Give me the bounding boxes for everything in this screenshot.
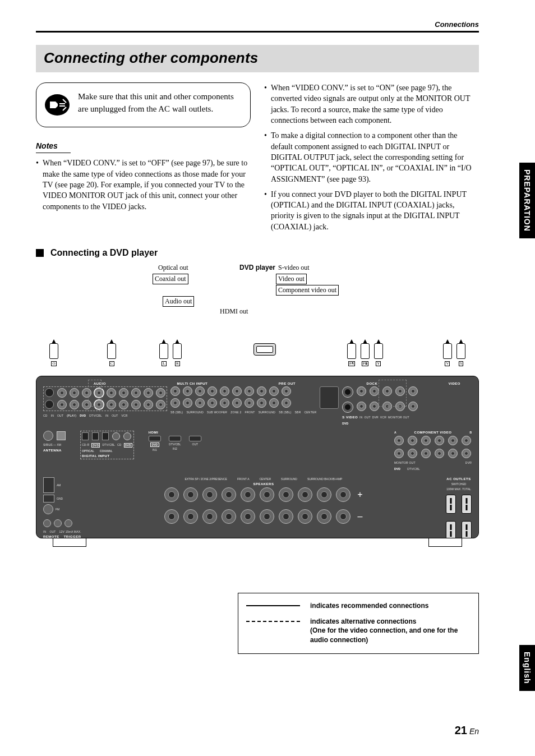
rca [82,400,91,409]
remote-in [43,519,51,527]
rca [207,398,217,408]
note-right-1: When “VIDEO CONV.” is set to “ON” (see p… [264,82,479,126]
plug-lab-v: V [445,361,450,366]
rca [220,386,229,396]
square-bullet-icon [36,249,44,257]
gnd-term [43,431,53,441]
opt-in2 [102,432,109,440]
lbl-b: B [469,431,472,434]
ac2 [462,495,472,514]
lbl-front: FRONT [245,411,255,414]
rca [156,400,165,409]
rca [245,386,254,396]
dock-port [320,386,339,409]
legend-solid-text: indicates recommended connections [310,601,428,610]
sp [183,487,198,502]
box-component-out: Component video out [276,285,339,296]
lbl-sirius-xm: SIRIUS — XM [43,443,66,446]
sec-antenna: ANTENNA [43,449,66,452]
plug-lab-l: L [162,361,166,366]
chassis-feet [36,538,479,547]
sp [183,509,198,524]
lbl-rin: IN [43,530,46,533]
box-coaxial-out: Coaxial out [153,274,188,284]
sp [202,509,217,524]
lbl-sbsbl: SB (SBL) [170,411,183,414]
rca-comp [394,449,404,458]
lbl-trig: 12V 15mA MAX. [59,530,81,533]
coax2 [123,432,131,440]
lbl-out2: OUT [364,416,370,419]
rca [370,402,379,411]
label-hdmi-out: HDMI out [220,307,248,316]
note-right-2: To make a digital connection to a compon… [264,130,479,185]
rca [170,386,180,396]
svideo-jack2 [342,402,353,413]
label-svideo-out: S-video out [278,264,310,272]
sp [336,487,350,502]
page-title: Connecting other components [44,49,471,67]
box-video-out: Video out [276,274,307,284]
rca [94,388,104,398]
xm-port [57,431,66,440]
lbl-dvr-in: IN [105,414,108,417]
lbl-monout: MONITOR OUT [388,416,409,419]
rca [269,386,279,396]
rca [70,388,79,398]
rca [245,398,254,408]
rca [257,398,266,408]
connection-diagram: DVD player Optical out S-video out Coaxi… [36,264,479,547]
lbl-hdmi-out: OUT [192,442,199,446]
rca [119,388,128,398]
rca [232,386,242,396]
lbl-dtvcbl: DTV/CBL [89,414,102,417]
lbl-dvr: DVR [372,416,379,419]
sp [164,487,179,502]
sp [241,509,255,524]
legend-solid-line-icon [246,605,300,606]
sp [279,509,293,524]
lbl-fm: FM [56,508,59,511]
lbl-optical: OPTICAL [82,449,94,453]
sec-video: VIDEO [449,382,460,385]
lbl-a: A [394,431,396,434]
rca-comp [462,449,471,458]
lbl-center: CENTER [304,411,316,414]
lbl-out: OUT [57,414,63,417]
rca [357,402,366,411]
unplug-icon [44,91,70,119]
lbl-extrasp: EXTRA SP / ZONE 2/PRESENCE [185,477,227,481]
rca [282,386,291,396]
rca [119,400,128,409]
sp [202,487,217,502]
plug-v [443,343,452,359]
sec-dock: DOCK [367,382,378,385]
foot-right [428,538,462,547]
rca [207,386,217,396]
rca [70,400,79,409]
lbl-hdmi-in1: IN1 [153,448,157,451]
rca [382,386,392,396]
plug-lab-c: C [109,361,114,366]
lbl-dvd-sv: DVD [342,422,348,425]
lbl-hdmi-dvd: DVD [150,442,160,447]
rca [57,388,67,398]
rca [107,400,116,409]
rca [144,388,153,398]
lbl-monout2: MONITOR OUT [394,461,416,464]
fm-ant [43,504,53,514]
lbl-cd2: CD [117,443,122,448]
rca [382,402,392,411]
plug-pb [361,343,370,359]
lbl-hdmi-dtv: DTV/CBL [169,442,181,446]
page-number-suffix: En [469,727,479,736]
lbl-max: 100W MAX. TOTAL [446,487,471,491]
lbl-gnd: GND [57,497,63,500]
lbl-comp-dvd: DVD [394,467,400,471]
subheading: Connecting a DVD player [50,248,158,258]
rear-panel: AUDIO MULTI CH INPUT PRE OUT DOCK VIDEO [36,376,479,538]
plug-hdmi [253,343,276,356]
sp [241,487,255,502]
label-dvd-player: DVD player [239,264,275,271]
header-rule [36,31,479,33]
